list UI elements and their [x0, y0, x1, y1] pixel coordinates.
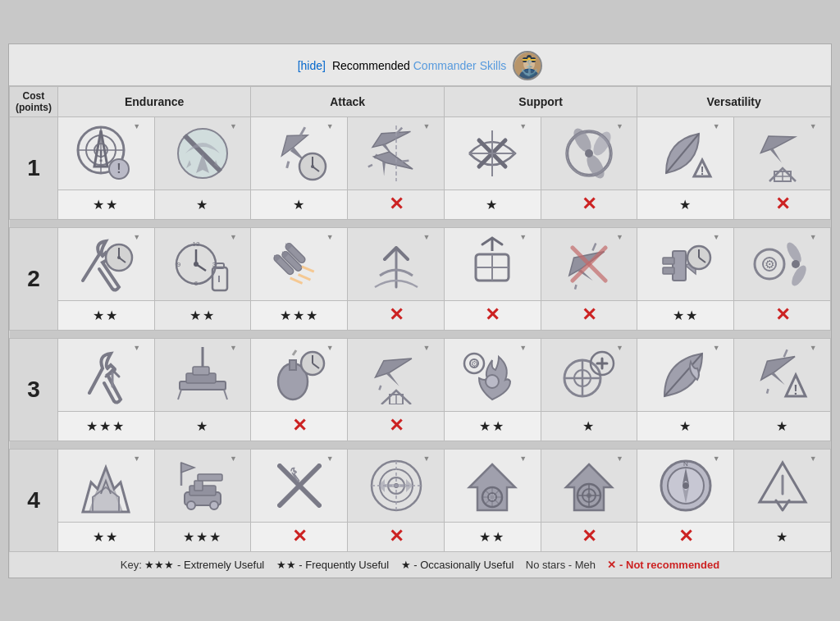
icon-container: ▼: [746, 453, 819, 518]
skill-icon-r2-s6[interactable]: ▼: [541, 227, 637, 300]
skill-icon-r1-s4[interactable]: ▼: [348, 116, 445, 189]
skill-rating-r4-s2: ★★★: [154, 522, 251, 551]
attack-header: Attack: [251, 86, 445, 116]
header-title: Recommended Commander Skills: [332, 59, 506, 72]
skill-icon-r3-s1[interactable]: ▼: [57, 338, 154, 411]
skill-rating-r3-s7: ★: [637, 411, 734, 441]
icon-container: ▼: [70, 231, 142, 297]
icon-container: ▼: [360, 453, 432, 518]
svg-rect-81: [290, 360, 296, 370]
header: [hide] Recommended Commander Skills: [9, 44, 831, 86]
icon-container: ▼: [167, 121, 239, 186]
skill-icon-r4-s4[interactable]: ▼: [348, 449, 445, 522]
skill-icon-r2-s3[interactable]: ▼: [251, 227, 348, 300]
skill-rating-r1-s1: ★★: [57, 189, 154, 219]
skill-rating-r1-s5: ★: [444, 189, 541, 219]
skill-icon-r2-s8[interactable]: ▼ ⚙: [734, 227, 831, 300]
skill-rating-r3-s5: ★★: [444, 411, 541, 441]
commander-avatar: [513, 51, 542, 80]
skill-rating-r3-s4: ✕: [348, 411, 445, 441]
skill-rating-r2-s7: ★★: [637, 300, 734, 330]
skill-rating-r3-s8: ★: [734, 411, 831, 441]
skill-rating-r1-s8: ✕: [734, 189, 831, 219]
skill-icon-r3-s4[interactable]: ▼: [348, 338, 445, 411]
skill-icon-r1-s3[interactable]: ▼: [251, 116, 348, 189]
skill-icon-r4-s2[interactable]: ▼: [154, 449, 251, 522]
svg-text:!: !: [98, 147, 104, 165]
icon-container: ▼: [553, 453, 625, 518]
main-container: [hide] Recommended Commander Skills Cost…: [8, 43, 832, 578]
skill-icon-r3-s3[interactable]: ▼: [251, 338, 348, 411]
skill-icon-r2-s5[interactable]: ▼: [444, 227, 541, 300]
svg-point-38: [117, 256, 121, 259]
hide-link[interactable]: [hide]: [298, 59, 326, 72]
svg-text:6: 6: [194, 280, 199, 287]
skill-rating-r4-s1: ★★: [57, 522, 154, 551]
skill-rating-r2-s2: ★★: [154, 300, 251, 330]
icon-container: ▼: [746, 121, 819, 186]
svg-rect-48: [216, 263, 224, 268]
svg-text:!: !: [793, 383, 797, 397]
cost-row-1: 1: [10, 116, 58, 219]
svg-point-105: [210, 501, 218, 509]
skill-icon-r2-s2[interactable]: ▼ 12 6 9 3: [154, 227, 251, 300]
skill-icon-r3-s2[interactable]: ▼: [154, 338, 251, 411]
skill-icon-r4-s8[interactable]: ▼: [734, 449, 831, 522]
skill-icon-r1-s8[interactable]: ▼: [734, 116, 831, 189]
cost-row-3: 3: [10, 338, 58, 441]
icon-container: ▼: [167, 453, 239, 518]
skill-rating-r1-s2: ★: [154, 189, 251, 219]
skill-icon-r3-s5[interactable]: ▼ ⚙: [444, 338, 541, 411]
icon-container: ▼: [263, 121, 336, 186]
cost-row-2: 2: [10, 227, 58, 330]
svg-rect-63: [663, 267, 674, 274]
skill-rating-r4-s5: ★★: [444, 522, 541, 551]
skill-icon-r1-s6[interactable]: ▼: [541, 116, 637, 189]
icon-container: ▼ ⚙: [456, 342, 528, 408]
skills-table: Cost(points) Endurance Attack Support Ve…: [9, 86, 831, 578]
skill-icon-r3-s6[interactable]: ▼: [541, 338, 637, 411]
skill-icon-r1-s7[interactable]: ▼ !: [637, 116, 734, 189]
icon-container: ▼: [553, 121, 625, 186]
svg-point-6: [526, 60, 532, 68]
icon-container: ▼: [263, 231, 336, 297]
svg-text:⚙: ⚙: [764, 258, 774, 271]
svg-rect-100: [198, 474, 222, 481]
svg-point-88: [486, 375, 499, 388]
svg-point-72: [788, 263, 808, 287]
skill-rating-r3-s3: ✕: [251, 411, 348, 441]
endurance-header: Endurance: [57, 86, 251, 116]
svg-point-73: [792, 260, 800, 268]
svg-line-77: [178, 390, 181, 400]
cost-header: Cost(points): [10, 86, 58, 116]
skill-icon-r1-s5[interactable]: ▼: [444, 116, 541, 189]
skill-icon-r2-s1[interactable]: ▼: [57, 227, 154, 300]
skill-icon-r2-s4[interactable]: ▼: [348, 227, 445, 300]
icon-container: ▼: [263, 453, 336, 518]
skill-icon-r4-s6[interactable]: ▼: [541, 449, 637, 522]
skill-rating-r1-s6: ✕: [541, 189, 637, 219]
svg-rect-99: [194, 481, 203, 491]
skill-rating-r1-s7: ★: [637, 189, 734, 219]
svg-point-104: [187, 501, 195, 509]
skill-icon-r2-s7[interactable]: ▼: [637, 227, 734, 300]
skill-icon-r4-s1[interactable]: ▼: [57, 449, 154, 522]
icon-container: ▼: [553, 342, 625, 408]
skill-icon-r3-s8[interactable]: ▼ !: [734, 338, 831, 411]
svg-text:!: !: [117, 162, 121, 176]
skill-rating-r1-s3: ★: [251, 189, 348, 219]
skill-rating-r4-s3: ✕: [251, 522, 348, 551]
skill-rating-r4-s7: ✕: [637, 522, 734, 551]
skill-icon-r4-s5[interactable]: ▼: [444, 449, 541, 522]
skill-icon-r1-s2[interactable]: ▼: [154, 116, 251, 189]
support-header: Support: [444, 86, 637, 116]
skill-icon-r4-s7[interactable]: ▼ N: [637, 449, 734, 522]
skill-icon-r4-s3[interactable]: ▼: [251, 449, 348, 522]
svg-point-7: [527, 57, 531, 61]
svg-text:⚙: ⚙: [471, 359, 478, 368]
icon-container: ▼: [360, 231, 432, 297]
skill-icon-r3-s7[interactable]: ▼: [637, 338, 734, 411]
icon-container: ▼: [456, 231, 528, 297]
svg-marker-103: [181, 463, 194, 473]
skill-icon-r1-s1[interactable]: ▼ ! !: [57, 116, 154, 189]
